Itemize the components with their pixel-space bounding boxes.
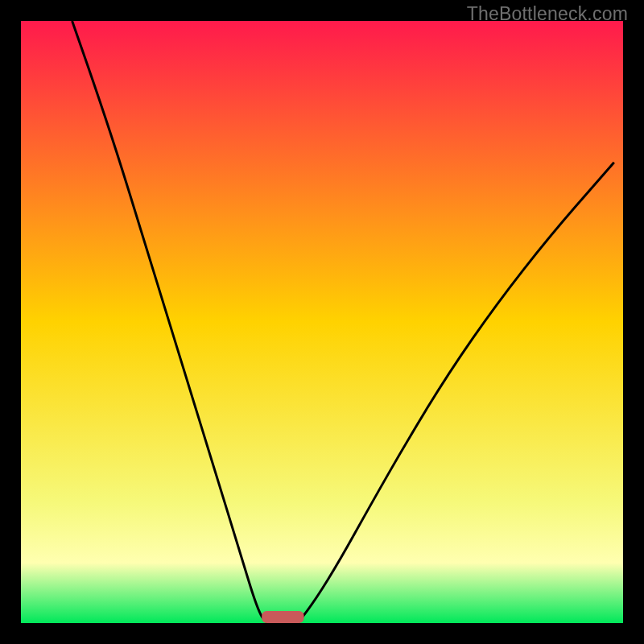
gradient-background bbox=[21, 21, 623, 623]
optimal-marker bbox=[262, 611, 303, 623]
bottleneck-chart bbox=[21, 21, 623, 623]
